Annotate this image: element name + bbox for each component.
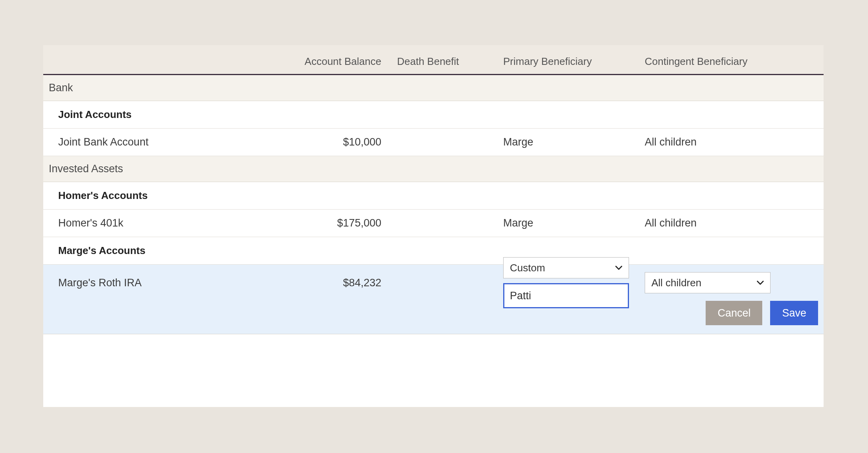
chevron-down-icon xyxy=(614,263,623,272)
subcategory-label: Homer's Accounts xyxy=(58,190,148,202)
category-invested-assets: Invested Assets xyxy=(43,156,824,182)
cancel-button[interactable]: Cancel xyxy=(706,301,762,325)
account-row-homer-401k[interactable]: Homer's 401k $175,000 Marge All children xyxy=(43,210,824,237)
category-bank: Bank xyxy=(43,75,824,101)
account-name: Marge's Roth IRA xyxy=(43,277,287,289)
subcategory-label: Joint Accounts xyxy=(58,109,132,121)
account-row-marge-roth-editing: Marge's Roth IRA $84,232 Custom All chil… xyxy=(43,265,824,334)
subcategory-label: Marge's Accounts xyxy=(58,245,145,257)
dropdown-value: All children xyxy=(651,277,701,289)
account-balance: $10,000 xyxy=(287,136,397,148)
account-contingent: All children xyxy=(645,217,784,229)
subcategory-homers-accounts: Homer's Accounts xyxy=(43,182,824,210)
account-balance: $175,000 xyxy=(287,217,397,229)
account-primary: Marge xyxy=(503,217,645,229)
header-primary: Primary Beneficiary xyxy=(503,55,645,68)
account-name: Joint Bank Account xyxy=(43,136,287,148)
category-label: Invested Assets xyxy=(49,163,123,175)
account-row-joint-bank[interactable]: Joint Bank Account $10,000 Marge All chi… xyxy=(43,129,824,156)
contingent-beneficiary-dropdown[interactable]: All children xyxy=(645,272,771,293)
table-headers: Account Balance Death Benefit Primary Be… xyxy=(43,45,824,75)
chevron-down-icon xyxy=(756,278,765,287)
account-contingent: All children xyxy=(645,136,784,148)
account-primary: Marge xyxy=(503,136,645,148)
beneficiaries-panel: Account Balance Death Benefit Primary Be… xyxy=(43,45,824,407)
account-balance: $84,232 xyxy=(287,277,397,289)
primary-beneficiary-custom-input[interactable] xyxy=(503,283,629,308)
subcategory-joint-accounts: Joint Accounts xyxy=(43,101,824,129)
primary-beneficiary-dropdown[interactable]: Custom xyxy=(503,257,629,278)
account-name: Homer's 401k xyxy=(43,217,287,229)
category-label: Bank xyxy=(49,82,73,94)
dropdown-value: Custom xyxy=(510,262,545,274)
header-contingent: Contingent Beneficiary xyxy=(645,55,784,68)
header-death: Death Benefit xyxy=(397,55,503,68)
edit-buttons: Cancel Save xyxy=(43,301,824,325)
subcategory-marges-accounts: Marge's Accounts xyxy=(43,237,824,265)
save-button[interactable]: Save xyxy=(770,301,818,325)
header-balance: Account Balance xyxy=(287,55,397,68)
